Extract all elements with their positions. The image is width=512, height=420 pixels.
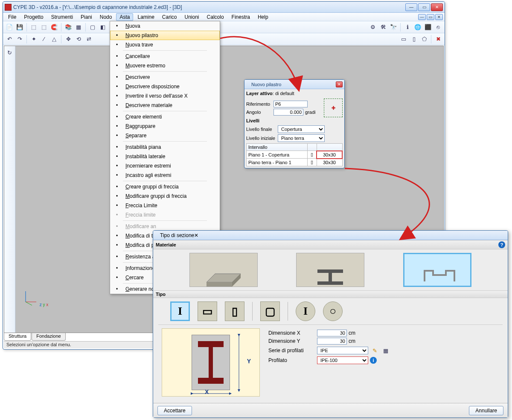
livello-finale-select[interactable]: Copertura xyxy=(278,125,325,133)
menu-progetto[interactable]: Progetto xyxy=(20,13,47,21)
menu-item-creare-elementi[interactable]: •Creare elementi xyxy=(110,112,220,122)
about-icon[interactable]: ℹ xyxy=(403,23,412,32)
dialog-close-button[interactable]: ✕ xyxy=(336,81,343,87)
node-icon[interactable]: ✦ xyxy=(29,35,38,44)
tab-struttura[interactable]: Struttura xyxy=(4,333,31,341)
profile-ring[interactable]: ○ xyxy=(323,301,343,321)
material-steel[interactable] xyxy=(296,253,364,287)
layers-icon[interactable]: 📚 xyxy=(64,23,73,32)
table-row[interactable]: Piano 1 - Copertura ▯ 30x30 xyxy=(247,151,343,159)
grid-icon[interactable]: ▦ xyxy=(74,23,83,32)
help-icon[interactable]: ? xyxy=(498,241,505,248)
menu-finestra[interactable]: Finestra xyxy=(228,13,253,21)
menu-unioni[interactable]: Unioni xyxy=(181,13,203,21)
menu-item-icon: • xyxy=(113,202,121,209)
profile-circle-i[interactable]: I xyxy=(296,301,315,321)
menu-item-nuova[interactable]: •Nuova xyxy=(110,21,220,31)
cube-icon[interactable]: ⬛ xyxy=(423,23,433,32)
mirror-icon[interactable]: ⇄ xyxy=(84,35,93,44)
rotate-icon[interactable]: ⟲ xyxy=(74,35,83,44)
tool-a-icon[interactable]: ⬚ xyxy=(29,23,38,32)
bar-icon[interactable]: ∕ xyxy=(39,35,49,44)
tools-icon[interactable]: 🛠 xyxy=(378,23,388,32)
menu-file[interactable]: File xyxy=(5,13,20,21)
table-row[interactable]: Piano terra - Piano 1 ▯ 30x30 xyxy=(247,159,343,166)
grid-series-icon[interactable]: ▦ xyxy=(381,346,390,355)
cancel-button[interactable]: Annullare xyxy=(469,406,503,415)
view-3d-icon[interactable]: ⬠ xyxy=(419,35,429,44)
edit-series-icon[interactable]: ✎ xyxy=(370,346,379,355)
redo-icon[interactable]: ↷ xyxy=(15,35,24,44)
menu-item-instabilit-piana[interactable]: •Instabilità piana xyxy=(110,142,220,152)
menu-item-invertire-il-verso-dell-asse-x[interactable]: •Invertire il verso dell'asse X xyxy=(110,91,220,101)
menu-piani[interactable]: Piani xyxy=(77,13,96,21)
angolo-label: Angolo xyxy=(246,110,272,115)
tool-c-icon[interactable]: ◧ xyxy=(98,23,108,32)
menu-item-incernierare-estremi[interactable]: •Incernierare estremi xyxy=(110,161,220,171)
angolo-input[interactable] xyxy=(273,109,303,116)
menu-item-descrivere-materiale[interactable]: •Descrivere materiale xyxy=(110,101,220,110)
close-view-icon[interactable]: ✖ xyxy=(433,35,443,44)
menu-strumenti[interactable]: Strumenti xyxy=(48,13,76,21)
minimize-button[interactable]: — xyxy=(405,3,417,11)
menu-item-freccia-limite[interactable]: •Freccia Limite xyxy=(110,201,220,210)
menu-nodo[interactable]: Nodo xyxy=(96,13,116,21)
profilato-select[interactable]: IPE-100 xyxy=(317,356,368,364)
menu-asta[interactable]: Asta xyxy=(116,13,133,21)
livello-iniziale-select[interactable]: Piano terra xyxy=(278,134,325,142)
accept-button[interactable]: Accettare xyxy=(157,406,192,415)
profile-i[interactable]: I xyxy=(170,301,190,321)
dim-cell[interactable]: 30x30 xyxy=(317,159,342,166)
binoc-icon[interactable]: 🔭 xyxy=(389,23,398,32)
menu-item-incastro-agli-estremi[interactable]: •Incastro agli estremi xyxy=(110,171,220,180)
dim-cell-selected[interactable]: 30x30 xyxy=(317,151,342,159)
menu-item-descrivere-disposizione[interactable]: •Descrivere disposizione xyxy=(110,82,220,91)
menu-item-descrivere[interactable]: •Descrivere xyxy=(110,72,220,82)
close-button[interactable]: ✕ xyxy=(431,3,443,11)
menu-item-nuova-trave[interactable]: •Nuova trave xyxy=(110,40,220,49)
info-icon[interactable]: i xyxy=(370,357,377,364)
menu-item-instabilit-laterale[interactable]: •Instabilità laterale xyxy=(110,152,220,161)
anchor-position-control[interactable]: ✚ xyxy=(324,98,343,117)
new-icon[interactable]: 📄 xyxy=(5,23,14,32)
menu-item-creare-gruppi-di-freccia[interactable]: •Creare gruppi di freccia xyxy=(110,182,220,191)
profile-box[interactable]: ▭ xyxy=(198,301,217,321)
menu-item-modificare-gruppi-di-freccia[interactable]: •Modificare gruppi di freccia xyxy=(110,191,220,201)
exit-icon[interactable]: ⎋ xyxy=(433,23,443,32)
magnet-icon[interactable]: 🧲 xyxy=(49,23,59,32)
menu-carico[interactable]: Carico xyxy=(159,13,180,21)
maximize-button[interactable]: ▭ xyxy=(418,3,430,11)
refresh-icon[interactable]: ↻ xyxy=(5,48,15,57)
menu-lamine[interactable]: Lamine xyxy=(134,13,157,21)
dimx-input[interactable] xyxy=(317,330,347,336)
globe-icon[interactable]: 🌐 xyxy=(413,23,422,32)
menu-calcolo[interactable]: Calcolo xyxy=(204,13,227,21)
calc-icon[interactable]: ⚙ xyxy=(368,23,378,32)
tab-fondazione[interactable]: Fondazione xyxy=(32,333,66,341)
riferimento-input[interactable] xyxy=(273,101,308,107)
menu-item-muovere-estremo[interactable]: •Muovere estremo xyxy=(110,61,220,70)
undo-icon[interactable]: ↶ xyxy=(5,35,14,44)
material-cold-formed[interactable] xyxy=(403,253,471,287)
save-icon[interactable]: 💾 xyxy=(15,23,24,32)
serie-select[interactable]: IPE xyxy=(317,347,368,354)
menu-item-raggruppare[interactable]: •Raggruppare xyxy=(110,122,220,131)
select-icon[interactable]: ▢ xyxy=(88,23,97,32)
mdi-close[interactable]: ✕ xyxy=(435,14,443,20)
menu-help[interactable]: Help xyxy=(254,13,272,21)
sezione-close-button[interactable]: ✕ xyxy=(194,232,198,238)
material-concrete[interactable] xyxy=(189,253,258,287)
tool-b-icon[interactable]: ⬚ xyxy=(39,23,49,32)
mdi-minimize[interactable]: — xyxy=(418,14,426,20)
move-icon[interactable]: ✥ xyxy=(64,35,73,44)
profile-rect[interactable]: ▯ xyxy=(225,301,244,321)
dimy-input[interactable] xyxy=(317,338,347,345)
profile-round-rect[interactable]: ▢ xyxy=(260,301,280,321)
menu-item-separare[interactable]: •Separare xyxy=(110,131,220,140)
mdi-restore[interactable]: ▭ xyxy=(427,14,434,20)
view-side-icon[interactable]: ▯ xyxy=(409,35,419,44)
view-front-icon[interactable]: ▭ xyxy=(399,35,408,44)
menu-item-cancellare[interactable]: •Cancellare xyxy=(110,52,220,61)
menu-item-nuovo-pilastro[interactable]: •Nuovo pilastro xyxy=(110,31,220,40)
support-icon[interactable]: △ xyxy=(49,35,59,44)
